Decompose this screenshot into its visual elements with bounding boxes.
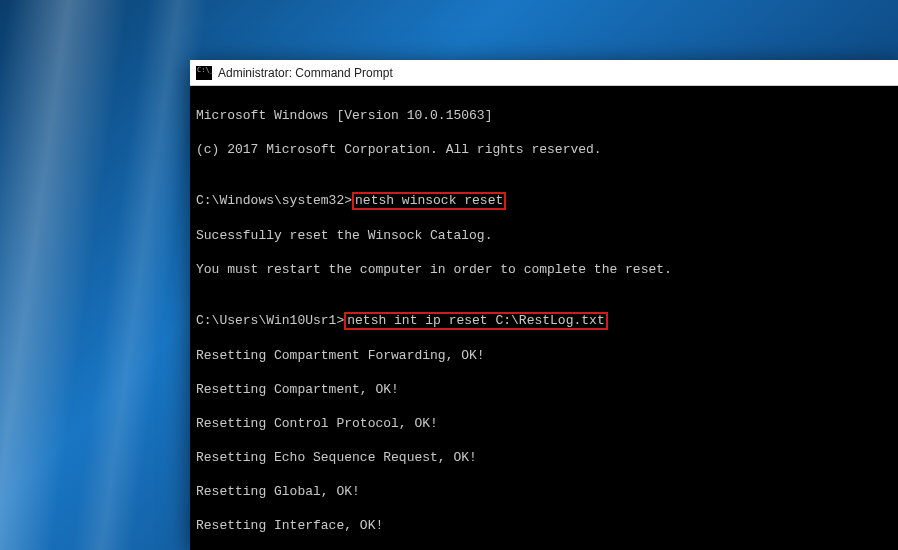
terminal-line: Microsoft Windows [Version 10.0.15063] [196,107,892,124]
highlighted-command: netsh int ip reset C:\RestLog.txt [344,312,607,330]
terminal-line: Resetting Echo Sequence Request, OK! [196,449,892,466]
prompt-path: C:\Windows\system32> [196,193,352,208]
background-beam [0,0,129,550]
terminal-output[interactable]: Microsoft Windows [Version 10.0.15063] (… [190,86,898,550]
command-prompt-window: Administrator: Command Prompt Microsoft … [190,60,898,550]
terminal-line: C:\Users\Win10Usr1>netsh int ip reset C:… [196,312,892,330]
terminal-line: Resetting Interface, OK! [196,517,892,534]
terminal-line: (c) 2017 Microsoft Corporation. All righ… [196,141,892,158]
terminal-line: Sucessfully reset the Winsock Catalog. [196,227,892,244]
prompt-path: C:\Users\Win10Usr1> [196,313,344,328]
terminal-line: Resetting Global, OK! [196,483,892,500]
terminal-line: Resetting Control Protocol, OK! [196,415,892,432]
titlebar[interactable]: Administrator: Command Prompt [190,60,898,86]
terminal-line: Resetting Compartment, OK! [196,381,892,398]
terminal-line: Resetting Compartment Forwarding, OK! [196,347,892,364]
terminal-line: C:\Windows\system32>netsh winsock reset [196,192,892,210]
terminal-line: You must restart the computer in order t… [196,261,892,278]
highlighted-command: netsh winsock reset [352,192,506,210]
cmd-icon [196,66,212,80]
window-title: Administrator: Command Prompt [218,66,393,80]
background-beam [71,0,208,550]
